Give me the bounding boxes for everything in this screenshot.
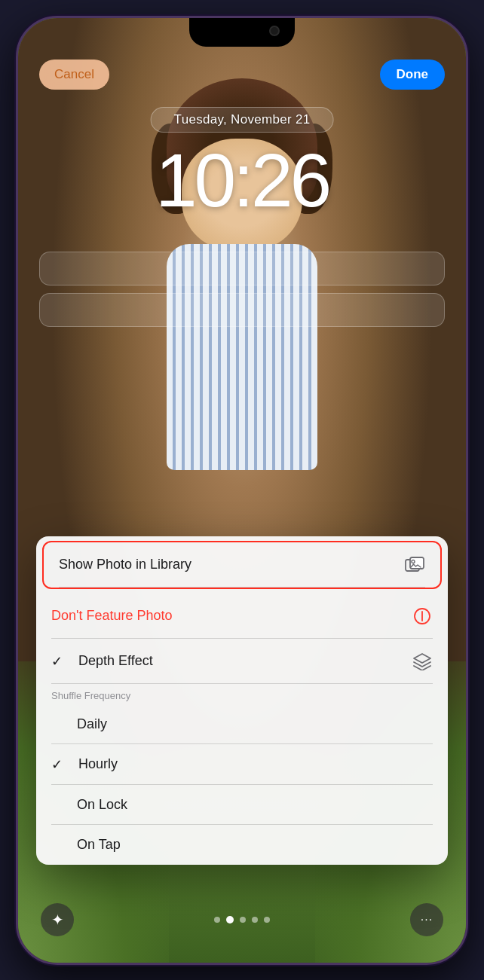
page-dots	[214, 916, 270, 924]
date-display: Tuesday, November 21	[151, 107, 334, 133]
done-button[interactable]: Done	[380, 60, 446, 90]
hourly-checkmark: ✓	[51, 756, 72, 773]
daily-item[interactable]: Daily	[36, 704, 448, 744]
on-tap-label: On Tap	[77, 837, 121, 853]
more-icon: ···	[421, 913, 433, 927]
cancel-button[interactable]: Cancel	[39, 60, 109, 90]
no-feature-icon	[412, 606, 433, 627]
hourly-item[interactable]: ✓ Hourly	[36, 744, 448, 785]
widget-area	[39, 252, 445, 327]
top-buttons: Cancel Done	[18, 60, 466, 90]
dot-3	[240, 917, 246, 923]
dont-feature-photo-item[interactable]: Don't Feature Photo	[36, 594, 448, 639]
widget-row-2	[39, 293, 445, 327]
dot-1	[214, 917, 220, 923]
on-lock-label: On Lock	[77, 797, 127, 813]
layers-icon	[412, 651, 433, 672]
phone-frame: Cancel Done Tuesday, November 21 10:26 S…	[16, 16, 468, 965]
context-menu: Show Photo in Library Don't Feature Phot…	[36, 536, 448, 865]
more-button[interactable]: ···	[410, 903, 443, 936]
dot-5	[264, 917, 270, 923]
hourly-label: Hourly	[78, 756, 118, 772]
dot-2-active	[226, 916, 234, 924]
show-photo-in-library-item[interactable]: Show Photo in Library	[42, 541, 442, 589]
photo-library-icon	[404, 554, 425, 575]
depth-effect-checkmark: ✓	[51, 653, 72, 670]
notch	[189, 18, 295, 47]
camera-icon	[269, 26, 280, 36]
sparkle-button[interactable]: ✦	[41, 903, 74, 936]
dont-feature-photo-label: Don't Feature Photo	[51, 608, 173, 624]
date-text: Tuesday, November 21	[174, 112, 311, 127]
depth-effect-label: Depth Effect	[78, 653, 153, 669]
shuffle-frequency-header: Shuffle Frequency	[36, 684, 448, 704]
depth-effect-item[interactable]: ✓ Depth Effect	[36, 639, 448, 684]
on-tap-item[interactable]: On Tap	[36, 825, 448, 865]
daily-label: Daily	[77, 716, 107, 732]
on-lock-item[interactable]: On Lock	[36, 785, 448, 825]
bottom-toolbar: ✦ ···	[18, 903, 466, 936]
time-text: 10:26	[155, 138, 329, 222]
dot-4	[252, 917, 258, 923]
time-display: 10:26	[155, 142, 329, 218]
sparkle-icon: ✦	[51, 911, 64, 929]
show-photo-in-library-label: Show Photo in Library	[59, 557, 191, 572]
widget-row-1	[39, 252, 445, 285]
